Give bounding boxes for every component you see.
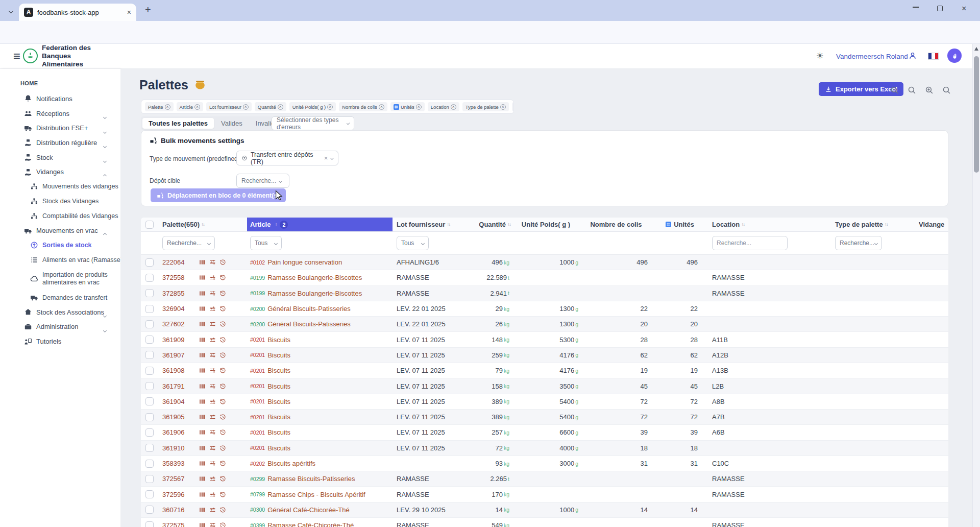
user-avatar[interactable] (947, 49, 962, 63)
history-icon[interactable] (219, 398, 226, 405)
chip-remove-icon[interactable]: × (451, 104, 456, 110)
error-types-select[interactable]: Sélectionner des types d'erreurs (272, 116, 354, 130)
clear-selection-icon[interactable]: × (324, 154, 328, 162)
history-icon[interactable] (219, 445, 226, 451)
sidebar-item-comptabilit-des-vidanges[interactable]: Comptabilité des Vidanges (0, 209, 120, 224)
sliders-icon[interactable] (209, 259, 216, 266)
chevron-down-icon[interactable] (104, 140, 106, 150)
palette-filter-select[interactable]: Recherche... (162, 236, 215, 250)
sidebar-item-vidanges[interactable]: Vidanges (0, 164, 120, 179)
palette-id[interactable]: 372575 (162, 521, 199, 527)
barcode-icon[interactable] (199, 274, 206, 281)
article-name[interactable]: Biscuits (267, 398, 290, 405)
window-close-button[interactable]: × (962, 5, 966, 12)
sliders-icon[interactable] (209, 522, 216, 527)
history-icon[interactable] (219, 522, 226, 527)
row-checkbox[interactable] (145, 444, 154, 452)
movement-type-select[interactable]: Transfert entre dépôts (TR) × (236, 151, 338, 165)
sliders-icon[interactable] (209, 398, 216, 405)
row-checkbox[interactable] (145, 475, 154, 483)
table-row[interactable]: 372596 #0799 Ramasse Chips - Biscuits Ap… (141, 487, 948, 502)
row-checkbox[interactable] (145, 428, 154, 437)
sliders-icon[interactable] (209, 460, 216, 467)
chip-remove-icon[interactable]: × (500, 104, 506, 110)
article-name[interactable]: Biscuits (267, 367, 290, 374)
row-checkbox[interactable] (145, 382, 154, 390)
column-header-type[interactable]: Type de palette↑↓ (832, 218, 910, 231)
row-checkbox[interactable] (145, 320, 154, 328)
barcode-icon[interactable] (199, 475, 206, 482)
barcode-icon[interactable] (199, 491, 206, 498)
chevron-down-icon[interactable] (104, 126, 106, 135)
sliders-icon[interactable] (209, 475, 216, 482)
tab-search-button[interactable] (6, 6, 15, 15)
chip-remove-icon[interactable]: × (379, 104, 384, 110)
history-icon[interactable] (219, 367, 226, 374)
filter-chip-quantit[interactable]: Quantité× (255, 102, 286, 111)
row-checkbox[interactable] (145, 490, 154, 498)
browser-tab[interactable]: A foodbanks-stock-app × (19, 4, 136, 21)
target-depot-select[interactable]: Recherche... (236, 174, 289, 188)
barcode-icon[interactable] (199, 383, 206, 390)
barcode-icon[interactable] (199, 414, 206, 420)
palette-id[interactable]: 361908 (162, 367, 199, 374)
sliders-icon[interactable] (209, 429, 216, 436)
tab-close-icon[interactable]: × (127, 8, 131, 16)
history-icon[interactable] (219, 337, 226, 343)
column-header-article[interactable]: Article↑2 (247, 218, 393, 231)
palette-id[interactable]: 361905 (162, 413, 199, 421)
history-icon[interactable] (219, 491, 226, 498)
history-icon[interactable] (219, 507, 226, 513)
column-header-qty[interactable]: Quantité↑↓ (465, 218, 511, 231)
row-checkbox[interactable] (145, 305, 154, 313)
column-header-palette[interactable]: Palette(650)↑↓ (158, 218, 247, 231)
article-name[interactable]: Biscuits (267, 382, 290, 390)
barcode-icon[interactable] (199, 460, 206, 467)
table-row[interactable]: 361908 #0201 Biscuits LEV. 07 11 2025 79… (141, 363, 948, 378)
sliders-icon[interactable] (209, 383, 216, 390)
person-icon[interactable] (909, 52, 917, 60)
palette-id[interactable]: 361910 (162, 444, 199, 452)
history-icon[interactable] (219, 414, 226, 420)
column-header-vidange[interactable]: Vidange (910, 218, 948, 231)
chevron-down-icon[interactable] (330, 156, 334, 160)
palette-id[interactable]: 372855 (162, 290, 199, 297)
chevron-down-icon[interactable] (104, 155, 106, 164)
sidebar-item-distribution-r-guli-re[interactable]: Distribution régulière (0, 135, 120, 150)
table-row[interactable]: 372575 #0399 Ramasse Café-Chicorée-Thé R… (141, 518, 948, 527)
article-name[interactable]: Pain longue conservation (267, 258, 342, 266)
sliders-icon[interactable] (209, 445, 216, 451)
history-icon[interactable] (219, 321, 226, 327)
article-name[interactable]: Biscuits (267, 413, 290, 421)
select-all-checkbox[interactable] (145, 221, 154, 229)
palette-id[interactable]: 372558 (162, 274, 199, 281)
article-name[interactable]: Ramasse Boulangerie-Biscottes (267, 274, 362, 281)
filter-chip-unit-poids-g[interactable]: Unité Poids( g )× (289, 102, 336, 111)
table-row[interactable]: 361904 #0201 Biscuits LEV. 07 11 2025 38… (141, 394, 948, 410)
table-row[interactable]: 372855 #0199 Ramasse Boulangerie-Biscott… (141, 286, 948, 301)
history-icon[interactable] (219, 290, 226, 297)
palette-id[interactable]: 327602 (162, 320, 199, 328)
article-name[interactable]: Ramasse Chips - Biscuits Apéritif (267, 491, 365, 498)
palette-id[interactable]: 372567 (162, 475, 199, 483)
page-scrollbar[interactable] (972, 44, 980, 527)
lot-filter-select[interactable]: Tous (397, 236, 429, 250)
chip-remove-icon[interactable]: × (416, 104, 422, 110)
sliders-icon[interactable] (209, 507, 216, 513)
barcode-icon[interactable] (199, 398, 206, 405)
article-name[interactable]: Biscuits (267, 444, 290, 452)
history-icon[interactable] (219, 259, 226, 266)
table-row[interactable]: 222064 #0102 Pain longue conservation AF… (141, 255, 948, 270)
sliders-icon[interactable] (209, 274, 216, 281)
history-icon[interactable] (219, 352, 226, 358)
palette-id[interactable]: 361907 (162, 351, 199, 359)
palette-id[interactable]: 361909 (162, 336, 199, 344)
article-name[interactable]: Ramasse Biscuits-Patisseries (267, 475, 355, 483)
table-row[interactable]: 361907 #0201 Biscuits LEV. 07 11 2025 25… (141, 348, 948, 363)
sidebar-item-importation-de-produits-alimentaires-en-vrac[interactable]: Importation de produits alimentaires en … (0, 267, 120, 290)
column-header-lot[interactable]: Lot fournisseur↑↓ (393, 218, 465, 231)
palette-id[interactable]: 326904 (162, 305, 199, 313)
chevron-down-icon[interactable] (104, 310, 106, 319)
theme-toggle-icon[interactable]: ☀ (816, 51, 824, 61)
column-header-unites[interactable]: Unités (652, 218, 708, 231)
